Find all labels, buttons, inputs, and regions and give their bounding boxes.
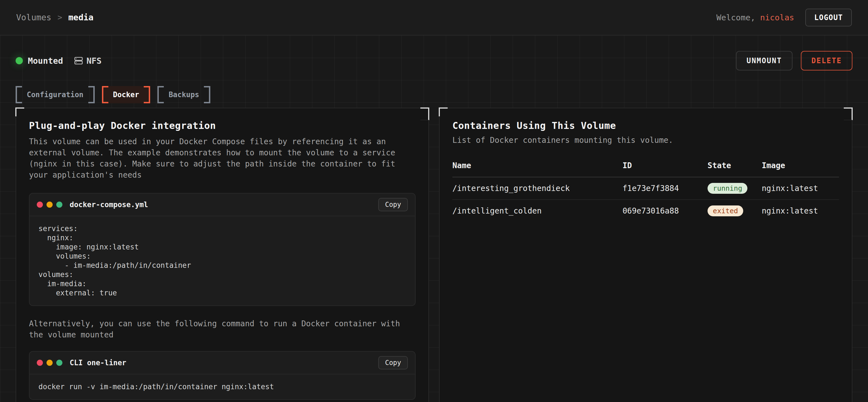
container-state: running bbox=[708, 183, 762, 194]
window-dots bbox=[37, 360, 62, 366]
welcome-text: Welcome, nicolas bbox=[716, 13, 794, 22]
status-row: Mounted NFS UNMOUNT DELETE bbox=[16, 35, 852, 70]
column-header-name: Name bbox=[453, 161, 623, 170]
container-image: nginx:latest bbox=[762, 184, 839, 193]
delete-button[interactable]: DELETE bbox=[801, 51, 852, 70]
containers-panel-title: Containers Using This Volume bbox=[453, 120, 839, 131]
column-header-image: Image bbox=[762, 161, 839, 170]
docker-integration-panel: Plug-and-play Docker integration This vo… bbox=[16, 108, 429, 402]
breadcrumb: Volumes > media bbox=[16, 12, 94, 22]
username: nicolas bbox=[760, 13, 794, 22]
window-dot-red-icon bbox=[37, 360, 43, 366]
compose-filename: docker-compose.yml bbox=[70, 200, 378, 209]
breadcrumb-current-volume: media bbox=[68, 12, 93, 22]
status-badge: running bbox=[708, 183, 747, 194]
panel-corner-icon bbox=[844, 107, 853, 120]
mounted-status-dot-icon bbox=[16, 57, 23, 64]
volume-actions: UNMOUNT DELETE bbox=[736, 51, 852, 70]
volume-driver: NFS bbox=[74, 56, 101, 66]
volume-status: Mounted NFS bbox=[16, 56, 102, 66]
containers-panel: Containers Using This Volume List of Doc… bbox=[439, 108, 852, 402]
table-row: /intelligent_colden 069e73016a88 exited … bbox=[453, 200, 839, 222]
driver-label: NFS bbox=[86, 56, 101, 66]
docker-panel-title: Plug-and-play Docker integration bbox=[29, 120, 415, 131]
container-image: nginx:latest bbox=[762, 206, 839, 215]
main-content: Mounted NFS UNMOUNT DELETE Configuration… bbox=[0, 35, 868, 402]
window-dot-green-icon bbox=[56, 202, 62, 208]
container-name: /intelligent_colden bbox=[453, 206, 623, 215]
compose-code-header: docker-compose.yml Copy bbox=[30, 194, 415, 216]
container-name: /interesting_grothendieck bbox=[453, 184, 623, 193]
breadcrumb-separator-icon: > bbox=[57, 13, 62, 22]
containers-panel-subtitle: List of Docker containers mounting this … bbox=[453, 136, 839, 145]
container-id: f1e73e7f3884 bbox=[623, 184, 708, 193]
unmount-button[interactable]: UNMOUNT bbox=[736, 51, 793, 70]
cli-code-header: CLI one-liner Copy bbox=[30, 351, 415, 374]
breadcrumb-volumes-link[interactable]: Volumes bbox=[16, 12, 51, 22]
server-icon bbox=[74, 56, 83, 65]
top-bar: Volumes > media Welcome, nicolas LOGOUT bbox=[0, 0, 868, 35]
panel-corner-icon bbox=[420, 107, 429, 120]
cli-code-content: docker run -v im-media:/path/in/containe… bbox=[30, 374, 415, 399]
container-state: exited bbox=[708, 205, 762, 216]
compose-code-content: services: nginx: image: nginx:latest vol… bbox=[30, 216, 415, 305]
mounted-status-label: Mounted bbox=[28, 56, 63, 66]
tab-docker[interactable]: Docker bbox=[102, 86, 150, 103]
window-dot-red-icon bbox=[37, 202, 43, 208]
containers-table-header: Name ID State Image bbox=[453, 161, 839, 177]
cli-filename: CLI one-liner bbox=[70, 359, 378, 367]
containers-table: Name ID State Image /interesting_grothen… bbox=[453, 161, 839, 222]
table-row: /interesting_grothendieck f1e73e7f3884 r… bbox=[453, 177, 839, 200]
column-header-id: ID bbox=[623, 161, 708, 170]
window-dot-amber-icon bbox=[46, 202, 53, 208]
tab-bar: Configuration Docker Backups bbox=[16, 86, 852, 103]
status-badge: exited bbox=[708, 205, 743, 216]
cli-code-block: CLI one-liner Copy docker run -v im-medi… bbox=[29, 351, 415, 400]
welcome-prefix: Welcome, bbox=[716, 13, 760, 22]
compose-code-block: docker-compose.yml Copy services: nginx:… bbox=[29, 193, 415, 306]
tab-backups[interactable]: Backups bbox=[157, 86, 210, 103]
cli-intro-text: Alternatively, you can use the following… bbox=[29, 318, 404, 340]
panel-corner-icon bbox=[15, 107, 24, 116]
docker-panel-description: This volume can be used in your Docker C… bbox=[29, 136, 404, 181]
cli-copy-button[interactable]: Copy bbox=[378, 356, 408, 369]
column-header-state: State bbox=[708, 161, 762, 170]
logout-button[interactable]: LOGOUT bbox=[805, 9, 852, 27]
panel-row: Plug-and-play Docker integration This vo… bbox=[16, 108, 852, 402]
container-id: 069e73016a88 bbox=[623, 206, 708, 215]
window-dot-green-icon bbox=[56, 360, 62, 366]
panel-corner-icon bbox=[439, 107, 448, 116]
window-dot-amber-icon bbox=[46, 360, 53, 366]
window-dots bbox=[37, 202, 62, 208]
tab-configuration[interactable]: Configuration bbox=[16, 86, 95, 103]
compose-copy-button[interactable]: Copy bbox=[378, 198, 408, 211]
header-right: Welcome, nicolas LOGOUT bbox=[716, 9, 852, 27]
